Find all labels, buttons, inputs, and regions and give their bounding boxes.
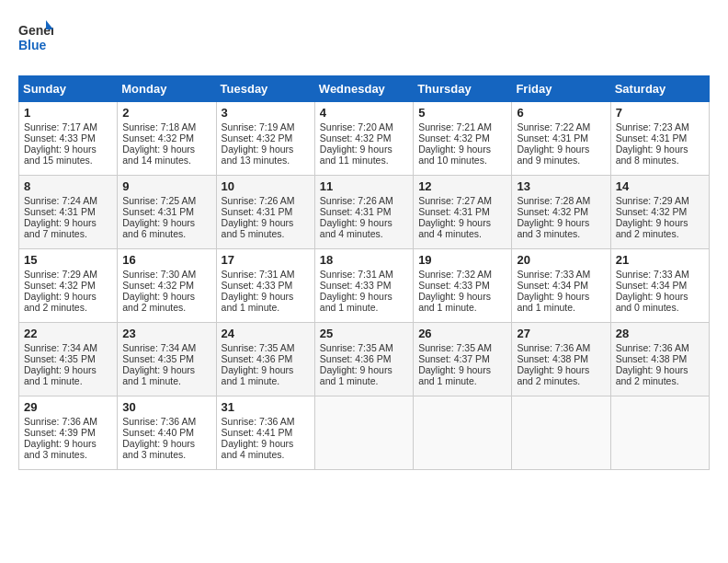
sunset-label: Sunset: 4:33 PM [222, 280, 293, 291]
calendar-cell: 30Sunrise: 7:36 AMSunset: 4:40 PMDayligh… [118, 396, 216, 470]
sunrise-label: Sunrise: 7:33 AM [616, 269, 689, 280]
calendar-cell: 22Sunrise: 7:34 AMSunset: 4:35 PMDayligh… [19, 323, 118, 396]
calendar-week-row: 29Sunrise: 7:36 AMSunset: 4:39 PMDayligh… [19, 396, 710, 470]
day-number: 9 [122, 179, 210, 193]
day-number: 15 [24, 253, 112, 267]
logo: General Blue [18, 18, 53, 61]
day-number: 20 [517, 253, 605, 267]
daylight-label: Daylight: 9 hours and 1 minute. [320, 364, 392, 386]
calendar-cell: 9Sunrise: 7:25 AMSunset: 4:31 PMDaylight… [118, 176, 216, 249]
sunrise-label: Sunrise: 7:31 AM [320, 269, 393, 280]
sunset-label: Sunset: 4:32 PM [122, 132, 194, 144]
calendar-cell: 26Sunrise: 7:35 AMSunset: 4:37 PMDayligh… [414, 323, 512, 396]
calendar-cell: 20Sunrise: 7:33 AMSunset: 4:34 PMDayligh… [512, 249, 610, 323]
sunrise-label: Sunrise: 7:36 AM [616, 342, 689, 353]
calendar-cell: 28Sunrise: 7:36 AMSunset: 4:38 PMDayligh… [610, 323, 709, 396]
daylight-label: Daylight: 9 hours and 2 minutes. [517, 364, 589, 386]
day-number: 13 [517, 179, 605, 193]
calendar-cell: 3Sunrise: 7:19 AMSunset: 4:32 PMDaylight… [216, 102, 314, 176]
daylight-label: Daylight: 9 hours and 1 minute. [418, 364, 491, 386]
header-wednesday: Wednesday [314, 76, 413, 102]
daylight-label: Daylight: 9 hours and 1 minute. [222, 364, 294, 386]
sunset-label: Sunset: 4:31 PM [517, 132, 588, 144]
header-saturday: Saturday [610, 76, 709, 102]
header-monday: Monday [118, 76, 216, 102]
sunset-label: Sunset: 4:36 PM [222, 353, 293, 364]
sunrise-label: Sunrise: 7:29 AM [24, 269, 97, 280]
day-number: 10 [222, 179, 310, 193]
daylight-label: Daylight: 9 hours and 1 minute. [320, 291, 392, 313]
calendar-cell: 2Sunrise: 7:18 AMSunset: 4:32 PMDaylight… [118, 102, 216, 176]
calendar-cell: 23Sunrise: 7:34 AMSunset: 4:35 PMDayligh… [118, 323, 216, 396]
calendar-cell: 19Sunrise: 7:32 AMSunset: 4:33 PMDayligh… [414, 249, 512, 323]
calendar-cell: 13Sunrise: 7:28 AMSunset: 4:32 PMDayligh… [512, 176, 610, 249]
day-number: 28 [616, 327, 704, 340]
calendar-cell: 5Sunrise: 7:21 AMSunset: 4:32 PMDaylight… [414, 102, 512, 176]
sunset-label: Sunset: 4:34 PM [517, 280, 588, 291]
sunrise-label: Sunrise: 7:35 AM [222, 342, 295, 353]
day-number: 5 [418, 106, 506, 120]
sunset-label: Sunset: 4:33 PM [24, 132, 96, 144]
daylight-label: Daylight: 9 hours and 1 minute. [222, 291, 294, 313]
sunrise-label: Sunrise: 7:31 AM [222, 269, 295, 280]
day-number: 11 [320, 179, 408, 193]
day-number: 30 [122, 400, 210, 414]
calendar-cell: 15Sunrise: 7:29 AMSunset: 4:32 PMDayligh… [19, 249, 118, 323]
sunset-label: Sunset: 4:32 PM [122, 280, 194, 291]
sunset-label: Sunset: 4:31 PM [222, 206, 293, 217]
sunset-label: Sunset: 4:37 PM [418, 353, 490, 364]
calendar-cell: 8Sunrise: 7:24 AMSunset: 4:31 PMDaylight… [19, 176, 118, 249]
sunrise-label: Sunrise: 7:36 AM [122, 416, 196, 427]
sunset-label: Sunset: 4:39 PM [24, 427, 96, 438]
sunrise-label: Sunrise: 7:36 AM [517, 342, 590, 353]
calendar-cell [414, 396, 512, 470]
calendar-cell: 1Sunrise: 7:17 AMSunset: 4:33 PMDaylight… [19, 102, 118, 176]
header-tuesday: Tuesday [216, 76, 314, 102]
calendar-cell: 4Sunrise: 7:20 AMSunset: 4:32 PMDaylight… [314, 102, 413, 176]
sunrise-label: Sunrise: 7:22 AM [517, 121, 590, 132]
sunset-label: Sunset: 4:33 PM [320, 280, 392, 291]
sunset-label: Sunset: 4:31 PM [616, 132, 688, 144]
day-number: 6 [517, 106, 605, 120]
daylight-label: Daylight: 9 hours and 15 minutes. [24, 144, 97, 166]
day-number: 4 [320, 106, 408, 120]
sunset-label: Sunset: 4:36 PM [320, 353, 392, 364]
sunrise-label: Sunrise: 7:25 AM [122, 195, 196, 206]
daylight-label: Daylight: 9 hours and 2 minutes. [616, 217, 688, 239]
calendar-cell: 7Sunrise: 7:23 AMSunset: 4:31 PMDaylight… [610, 102, 709, 176]
header-sunday: Sunday [19, 76, 118, 102]
sunset-label: Sunset: 4:32 PM [616, 206, 688, 217]
sunset-label: Sunset: 4:41 PM [222, 427, 293, 438]
calendar-cell [314, 396, 413, 470]
calendar-week-row: 15Sunrise: 7:29 AMSunset: 4:32 PMDayligh… [19, 249, 710, 323]
calendar-week-row: 1Sunrise: 7:17 AMSunset: 4:33 PMDaylight… [19, 102, 710, 176]
calendar-cell [512, 396, 610, 470]
daylight-label: Daylight: 9 hours and 14 minutes. [122, 144, 195, 166]
page-header: General Blue [18, 18, 710, 61]
sunset-label: Sunset: 4:32 PM [24, 280, 96, 291]
daylight-label: Daylight: 9 hours and 1 minute. [24, 364, 97, 386]
calendar-cell: 10Sunrise: 7:26 AMSunset: 4:31 PMDayligh… [216, 176, 314, 249]
day-number: 1 [24, 106, 112, 120]
header-thursday: Thursday [414, 76, 512, 102]
calendar-cell: 14Sunrise: 7:29 AMSunset: 4:32 PMDayligh… [610, 176, 709, 249]
sunrise-label: Sunrise: 7:33 AM [517, 269, 590, 280]
sunset-label: Sunset: 4:34 PM [616, 280, 688, 291]
calendar-cell: 21Sunrise: 7:33 AMSunset: 4:34 PMDayligh… [610, 249, 709, 323]
daylight-label: Daylight: 9 hours and 11 minutes. [320, 144, 392, 166]
sunrise-label: Sunrise: 7:30 AM [122, 269, 196, 280]
daylight-label: Daylight: 9 hours and 4 minutes. [320, 217, 392, 239]
sunrise-label: Sunrise: 7:36 AM [24, 416, 97, 427]
sunrise-label: Sunrise: 7:26 AM [222, 195, 295, 206]
daylight-label: Daylight: 9 hours and 3 minutes. [122, 438, 195, 460]
calendar-cell: 29Sunrise: 7:36 AMSunset: 4:39 PMDayligh… [19, 396, 118, 470]
calendar-cell: 16Sunrise: 7:30 AMSunset: 4:32 PMDayligh… [118, 249, 216, 323]
day-number: 21 [616, 253, 704, 267]
day-number: 25 [320, 327, 408, 340]
sunset-label: Sunset: 4:38 PM [517, 353, 588, 364]
sunset-label: Sunset: 4:32 PM [222, 132, 293, 144]
calendar-header-row: Sunday Monday Tuesday Wednesday Thursday… [19, 76, 710, 102]
sunrise-label: Sunrise: 7:18 AM [122, 121, 196, 132]
day-number: 27 [517, 327, 605, 340]
calendar-cell: 25Sunrise: 7:35 AMSunset: 4:36 PMDayligh… [314, 323, 413, 396]
